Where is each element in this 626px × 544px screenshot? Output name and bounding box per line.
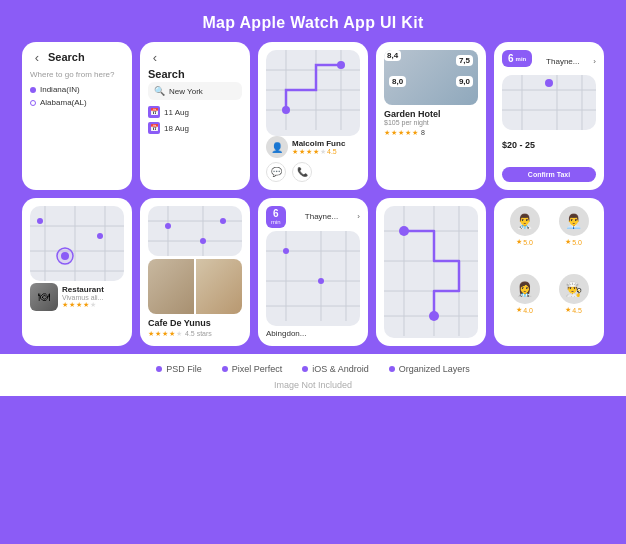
rating-val-p3: 4.0 bbox=[523, 307, 533, 314]
star-icon-p2: ★ bbox=[565, 238, 571, 246]
confirm-taxi-button[interactable]: Confirm Taxi bbox=[502, 167, 596, 182]
location-item-1: Indiana(IN) bbox=[30, 85, 124, 94]
cs4: ★ bbox=[169, 330, 175, 338]
dot-icon-1 bbox=[30, 87, 36, 93]
chevron-8: › bbox=[357, 212, 360, 221]
card-map-time2: 6 min Thayne... › Abingdon... bbox=[258, 198, 368, 346]
card-map-person: 👤 Malcolm Func ★ ★ ★ ★ ★ 4.5 💬 📞 bbox=[258, 42, 368, 190]
card-hotel: 8,4 7,5 8,0 9,0 Garden Hotel $105 per ni… bbox=[376, 42, 486, 190]
restaurant-name: Restaurant bbox=[62, 285, 104, 294]
cs1: ★ bbox=[148, 330, 154, 338]
restaurant-info: Restaurant Vivamus ali... ★ ★ ★ ★ ★ bbox=[62, 285, 104, 309]
cafe-name: Cafe De Yunus bbox=[148, 318, 242, 328]
cafe-stars: ★ ★ ★ ★ ★ 4.5 stars bbox=[148, 330, 242, 338]
time-num-8: 6 bbox=[273, 208, 279, 219]
star-icon-p1: ★ bbox=[516, 238, 522, 246]
message-icon-btn[interactable]: 💬 bbox=[266, 162, 286, 182]
profile-rating-3: ★ 4.0 bbox=[516, 306, 533, 314]
rs5: ★ bbox=[90, 301, 96, 309]
date1: 11 Aug bbox=[164, 108, 189, 117]
card1-title: Search bbox=[48, 51, 85, 63]
time-unit: min bbox=[516, 56, 527, 62]
card-map-restaurant: 🍽 Restaurant Vivamus ali... ★ ★ ★ ★ ★ bbox=[22, 198, 132, 346]
svg-point-7 bbox=[337, 61, 345, 69]
cs5: ★ bbox=[176, 330, 182, 338]
cards-grid: ‹ Search Where to go from here? Indiana(… bbox=[0, 42, 626, 346]
rating-badge-4: 9,0 bbox=[456, 76, 473, 87]
h-star-4: ★ bbox=[405, 129, 411, 137]
map-svg-3 bbox=[266, 50, 360, 130]
time-badge: 6 min bbox=[502, 50, 532, 67]
profile-item-2: 👨‍💼 ★ 5.0 bbox=[551, 206, 596, 270]
h-star-2: ★ bbox=[391, 129, 397, 137]
card-search-input: ‹ Search 🔍 New York 📅 11 Aug 📅 18 Aug bbox=[140, 42, 250, 190]
card-cafe: Cafe De Yunus ★ ★ ★ ★ ★ 4.5 stars bbox=[140, 198, 250, 346]
svg-point-46 bbox=[399, 226, 409, 236]
svg-point-47 bbox=[429, 311, 439, 321]
date-row-1: 📅 11 Aug bbox=[148, 106, 242, 118]
cafe-images bbox=[148, 259, 242, 314]
footer: PSD File Pixel Perfect iOS & Android Org… bbox=[0, 354, 626, 396]
profile-item-4: 👨‍🍳 ★ 4.5 bbox=[551, 274, 596, 338]
footer-features: PSD File Pixel Perfect iOS & Android Org… bbox=[0, 364, 626, 374]
feature-psd: PSD File bbox=[156, 364, 202, 374]
profile-rating-1: ★ 5.0 bbox=[516, 238, 533, 246]
hotel-image: 8,4 7,5 8,0 9,0 bbox=[384, 50, 478, 105]
rs3: ★ bbox=[76, 301, 82, 309]
feature-dot-4 bbox=[389, 366, 395, 372]
feature-dot-1 bbox=[156, 366, 162, 372]
svg-point-22 bbox=[37, 218, 43, 224]
calendar-icon-1: 📅 bbox=[148, 106, 160, 118]
search-icon: 🔍 bbox=[154, 86, 165, 96]
taxi-price-area: $20 - 25 bbox=[502, 134, 596, 152]
restaurant-sub: Vivamus ali... bbox=[62, 294, 104, 301]
taxi-price: $20 - 25 bbox=[502, 140, 535, 150]
dot-outline-icon bbox=[30, 100, 36, 106]
star-1: ★ bbox=[292, 148, 298, 156]
restaurant-image: 🍽 bbox=[30, 283, 58, 311]
profile-avatar-2: 👨‍💼 bbox=[559, 206, 589, 236]
time-num: 6 bbox=[508, 53, 514, 64]
rs2: ★ bbox=[69, 301, 75, 309]
hotel-name: Garden Hotel bbox=[384, 109, 478, 119]
phone-icon-btn[interactable]: 📞 bbox=[292, 162, 312, 182]
chevron-icon: › bbox=[593, 57, 596, 66]
main-container: Map Apple Watch App UI Kit ‹ Search Wher… bbox=[0, 0, 626, 544]
cs2: ★ bbox=[155, 330, 161, 338]
svg-point-28 bbox=[165, 223, 171, 229]
map-svg-5 bbox=[502, 75, 596, 130]
taxi-map bbox=[502, 75, 596, 130]
svg-point-23 bbox=[97, 233, 103, 239]
time-badge-8: 6 min bbox=[266, 206, 286, 228]
feature-layers: Organized Layers bbox=[389, 364, 470, 374]
card2-header: ‹ Search bbox=[148, 50, 242, 82]
profile-rating-2: ★ 5.0 bbox=[565, 238, 582, 246]
feature-label-4: Organized Layers bbox=[399, 364, 470, 374]
profile-item-1: 👨‍⚕️ ★ 5.0 bbox=[502, 206, 547, 270]
cafe-map-bg bbox=[148, 206, 242, 256]
rating-badge-1: 8,4 bbox=[384, 50, 401, 61]
search-input-row[interactable]: 🔍 New York bbox=[148, 82, 242, 100]
svg-point-38 bbox=[318, 278, 324, 284]
star-2: ★ bbox=[299, 148, 305, 156]
back-arrow-icon-2[interactable]: ‹ bbox=[148, 50, 162, 64]
rs4: ★ bbox=[83, 301, 89, 309]
back-arrow-icon[interactable]: ‹ bbox=[30, 50, 44, 64]
star-3: ★ bbox=[306, 148, 312, 156]
date2: 18 Aug bbox=[164, 124, 189, 133]
feature-label-1: PSD File bbox=[166, 364, 202, 374]
map-svg-8 bbox=[266, 231, 360, 321]
profile-rating-4: ★ 4.5 bbox=[565, 306, 582, 314]
map-bg-9 bbox=[384, 206, 478, 338]
taxi-dest: Thayne... bbox=[546, 57, 579, 66]
dest-8: Thayne... bbox=[305, 212, 338, 221]
hotel-stars: ★ ★ ★ ★ ★ 8 bbox=[384, 129, 478, 137]
profile-avatar-3: 👩‍⚕️ bbox=[510, 274, 540, 304]
map-bg-6 bbox=[30, 206, 124, 281]
person-row: 👤 Malcolm Func ★ ★ ★ ★ ★ 4.5 bbox=[266, 136, 360, 158]
hotel-review-count: 8 bbox=[421, 129, 425, 137]
h-star-1: ★ bbox=[384, 129, 390, 137]
search-value: New York bbox=[169, 87, 203, 96]
location-item-2: Alabama(AL) bbox=[30, 98, 124, 107]
rating-badge-2: 7,5 bbox=[456, 55, 473, 66]
